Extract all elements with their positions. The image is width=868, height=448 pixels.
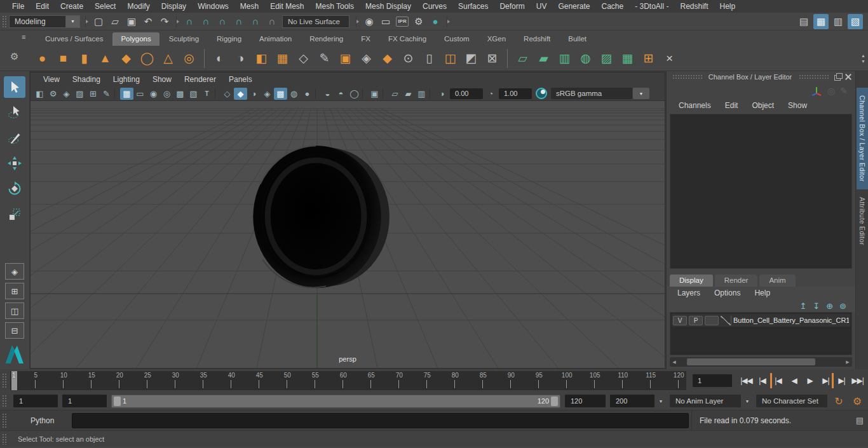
snap-to-point-icon[interactable]: ∩ xyxy=(215,14,230,29)
menu-cache[interactable]: Cache xyxy=(595,1,629,12)
side-tab-channel-box[interactable]: Channel Box / Layer Editor xyxy=(857,88,868,189)
range-slider[interactable]: 1 120 xyxy=(111,395,560,408)
two-d-pan-zoom-icon[interactable]: ⊞ xyxy=(86,88,100,100)
close-icon[interactable] xyxy=(844,73,853,81)
popout-icon[interactable] xyxy=(834,73,842,81)
vp-menu-shading[interactable]: Shading xyxy=(66,74,107,85)
drag-handle[interactable] xyxy=(1,372,8,389)
motion-blur-icon[interactable]: ◓ xyxy=(334,88,348,100)
layer-display-type-toggle[interactable] xyxy=(705,316,719,325)
boolean-union-icon[interactable]: ◐ xyxy=(210,49,229,67)
open-scene-icon[interactable]: ▱ xyxy=(107,14,123,29)
safe-title-icon[interactable]: T xyxy=(200,88,214,100)
film-gate-icon[interactable]: ▭ xyxy=(133,88,147,100)
lasso-select-tool[interactable] xyxy=(4,102,25,123)
uv-contour-stretch-icon[interactable]: ▨ xyxy=(597,49,616,67)
redo-icon[interactable]: ↷ xyxy=(157,14,172,29)
animation-start-field[interactable]: 1 xyxy=(13,395,58,407)
delete-edge-icon[interactable]: ⊠ xyxy=(483,49,501,67)
play-forwards-button[interactable]: ▶ xyxy=(802,373,818,388)
use-all-lights-icon[interactable]: ◍ xyxy=(287,88,301,100)
cb-menu-channels[interactable]: Channels xyxy=(672,100,718,111)
mesh-cleanup-icon[interactable]: × xyxy=(660,49,679,67)
shelf-tab-rendering[interactable]: Rendering xyxy=(301,32,351,46)
rotate-tool[interactable] xyxy=(4,178,25,200)
menu-select[interactable]: Select xyxy=(89,1,121,12)
shelf-tab-polygons[interactable]: Polygons xyxy=(112,32,159,46)
uv-spherical-projection-icon[interactable]: ◍ xyxy=(576,49,595,67)
bridge-icon[interactable]: ◫ xyxy=(441,49,459,67)
smooth-shade-icon[interactable]: ◆ xyxy=(234,88,247,100)
le-tab-display[interactable]: Display xyxy=(670,275,713,287)
cb-menu-show[interactable]: Show xyxy=(781,100,814,111)
time-ruler[interactable]: 1 51015202530354045505560657075808590951… xyxy=(10,371,686,390)
menu-mesh-display[interactable]: Mesh Display xyxy=(360,1,417,12)
vp-menu-renderer[interactable]: Renderer xyxy=(178,74,222,85)
character-set-select[interactable]: No Character Set xyxy=(756,395,827,407)
quad-draw-icon[interactable]: ◈ xyxy=(357,49,376,67)
menu-uv[interactable]: UV xyxy=(531,1,553,12)
auto-keyframe-icon[interactable]: ↻ xyxy=(832,394,846,408)
ipr-render-icon[interactable]: IPR xyxy=(396,17,409,27)
shadows-icon[interactable]: ● xyxy=(301,88,314,100)
attribute-editor-toggle-icon[interactable]: ▤ xyxy=(796,14,811,29)
new-layer-from-selected-icon[interactable]: ⊚ xyxy=(839,301,846,311)
group-separator[interactable] xyxy=(445,15,451,29)
uv-automatic-projection-icon[interactable]: ▰ xyxy=(534,49,553,67)
isolate-select-icon[interactable]: ▣ xyxy=(368,88,381,100)
xray-icon[interactable]: ▱ xyxy=(388,88,402,100)
drag-handle[interactable] xyxy=(798,74,829,80)
outliner-persp-layout-button[interactable]: ◫ xyxy=(5,302,24,319)
chevron-down-icon[interactable]: ▼ xyxy=(743,399,752,404)
le-menu-help[interactable]: Help xyxy=(747,287,777,299)
step-back-key-button[interactable]: |◀ xyxy=(770,373,786,388)
fill-hole-icon[interactable]: ◩ xyxy=(462,49,480,67)
le-tab-render[interactable]: Render xyxy=(715,275,758,287)
bookmark-icon[interactable]: ◈ xyxy=(60,88,73,100)
material-override-icon[interactable]: ◈ xyxy=(261,88,274,100)
grease-pencil-icon[interactable]: ✎ xyxy=(100,88,113,100)
range-start-handle[interactable] xyxy=(114,397,121,406)
menu-help[interactable]: Help xyxy=(714,1,742,12)
command-input[interactable] xyxy=(72,413,689,428)
uv-editor-icon[interactable]: ▦ xyxy=(618,49,637,67)
snap-to-curve-icon[interactable]: ∩ xyxy=(198,14,214,29)
open-render-view-icon[interactable]: ◉ xyxy=(362,14,377,29)
shelf-menu-icon[interactable]: ≡ xyxy=(22,33,25,41)
shelf-tab-redshift[interactable]: Redshift xyxy=(515,32,559,46)
step-back-frame-button[interactable]: |◀ xyxy=(754,373,770,388)
single-pane-layout-button[interactable]: ◈ xyxy=(5,263,24,280)
anim-preferences-icon[interactable]: ⚙ xyxy=(850,394,864,408)
multi-cut-icon[interactable]: ✎ xyxy=(315,49,334,67)
play-backwards-button[interactable]: ◀ xyxy=(786,373,802,388)
playback-start-field[interactable]: 1 xyxy=(62,395,107,407)
drag-handle[interactable] xyxy=(1,433,8,445)
drag-handle[interactable] xyxy=(1,394,8,408)
menu-file[interactable]: File xyxy=(6,1,30,12)
scroll-left-icon[interactable]: ◀ xyxy=(670,360,679,365)
uv-cylindrical-projection-icon[interactable]: ▥ xyxy=(555,49,574,67)
depth-of-field-icon[interactable]: ◯ xyxy=(348,88,361,100)
poly-sphere-icon[interactable]: ● xyxy=(33,49,51,67)
occlusion-icon[interactable]: ◒ xyxy=(321,88,334,100)
poly-plane-icon[interactable]: ◆ xyxy=(117,49,135,67)
manipulator-axis-icon[interactable] xyxy=(811,86,822,96)
menu-3dtoall[interactable]: - 3DtoAll - xyxy=(629,1,674,12)
channel-edit-icon[interactable]: ✎ xyxy=(840,86,848,96)
menu-set-selector[interactable]: Modeling ▼ xyxy=(9,15,80,28)
le-tab-anim[interactable]: Anim xyxy=(759,275,795,287)
shelf-tab-curves-surfaces[interactable]: Curves / Surfaces xyxy=(37,32,111,46)
render-current-frame-icon[interactable]: ▭ xyxy=(378,14,393,29)
poly-pyramid-icon[interactable]: △ xyxy=(159,49,177,67)
contrast-icon[interactable]: ◔ xyxy=(484,88,498,100)
shelf-tab-fx-caching[interactable]: FX Caching xyxy=(380,32,435,46)
animation-end-field[interactable]: 200 xyxy=(610,395,654,407)
poly-torus-icon[interactable]: ◯ xyxy=(138,49,156,67)
uv-planar-projection-icon[interactable]: ▱ xyxy=(513,49,532,67)
layer-playback-toggle[interactable]: P xyxy=(689,316,703,325)
poly-cylinder-icon[interactable]: ▮ xyxy=(75,49,93,67)
layer-color-swatch[interactable] xyxy=(721,316,731,325)
gate-mask-icon[interactable]: ◎ xyxy=(160,88,173,100)
safe-action-icon[interactable]: ▧ xyxy=(187,88,200,100)
save-scene-icon[interactable]: ▣ xyxy=(124,14,139,29)
